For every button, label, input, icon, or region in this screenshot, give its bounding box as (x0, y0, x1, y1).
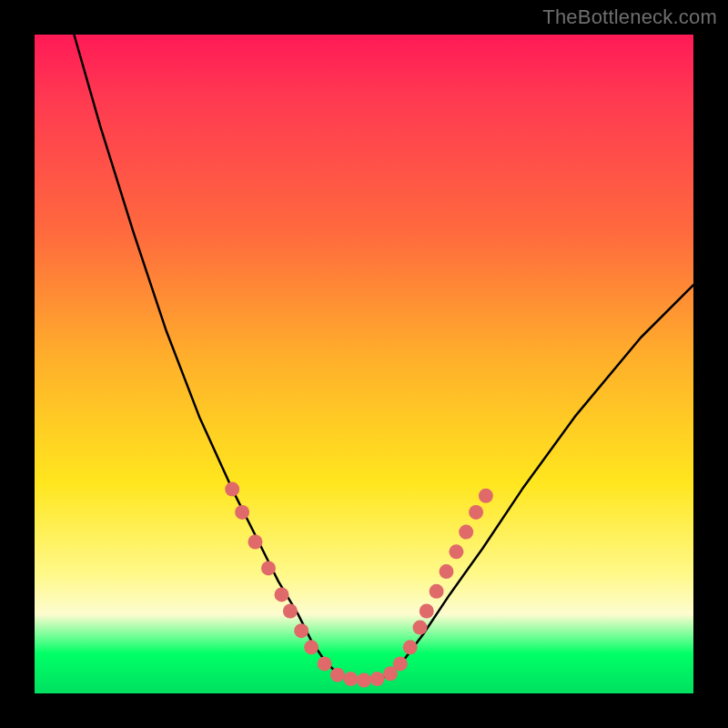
curve-marker (248, 535, 263, 550)
curve-markers (225, 482, 493, 688)
curve-marker (304, 640, 318, 654)
curve-marker (440, 564, 454, 579)
curve-marker (357, 673, 371, 688)
bottleneck-curve (74, 35, 693, 681)
curve-marker (283, 604, 298, 619)
curve-marker (430, 584, 444, 599)
curve-marker (479, 489, 493, 503)
curve-marker (225, 482, 239, 497)
curve-marker (344, 672, 359, 686)
watermark-label: TheBottleneck.com (542, 5, 717, 29)
curve-marker (469, 505, 483, 520)
curve-marker (318, 656, 332, 671)
curve-marker (330, 668, 345, 682)
curve-marker (420, 604, 434, 619)
chart-frame: TheBottleneck.com (0, 0, 728, 728)
chart-svg (35, 35, 693, 693)
plot-area (35, 35, 693, 693)
curve-marker (370, 672, 385, 686)
curve-marker (393, 656, 408, 671)
curve-marker (413, 621, 428, 635)
curve-marker (403, 640, 418, 654)
curve-marker (294, 623, 308, 638)
curve-marker (261, 561, 276, 575)
curve-marker (275, 587, 289, 602)
curve-marker (449, 544, 463, 559)
curve-marker (235, 505, 249, 520)
curve-marker (459, 525, 473, 540)
